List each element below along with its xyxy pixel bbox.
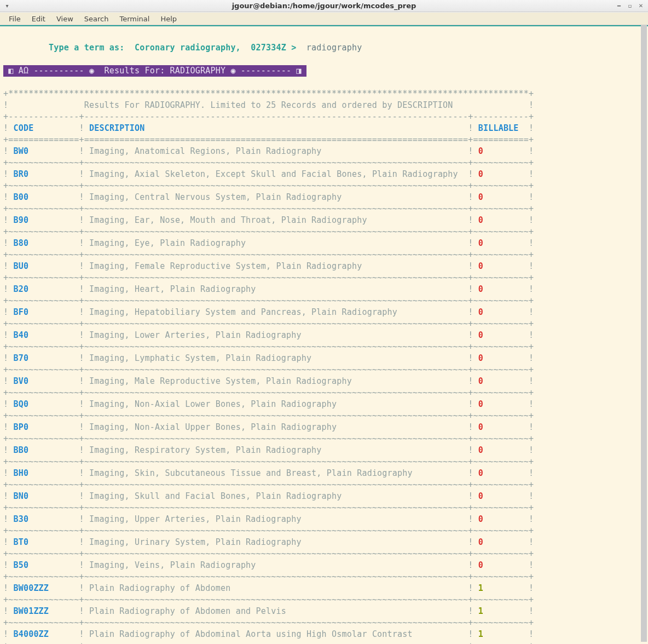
billable-cell: 0 [478, 422, 524, 432]
desc-cell: Imaging, Anatomical Regions, Plain Radio… [89, 146, 463, 156]
code-cell: B20 [13, 284, 74, 294]
desc-cell: Imaging, Skull and Facial Bones, Plain R… [89, 491, 463, 501]
code-cell: BV0 [13, 376, 74, 386]
desc-cell: Imaging, Male Reproductive System, Plain… [89, 376, 463, 386]
desc-cell: Imaging, Central Nervous System, Plain R… [89, 192, 463, 202]
billable-cell: 0 [478, 514, 524, 524]
vertical-scrollbar[interactable] [641, 25, 647, 642]
billable-cell: 0 [478, 330, 524, 340]
billable-cell: 0 [478, 169, 524, 179]
desc-cell: Imaging, Upper Arteries, Plain Radiograp… [89, 514, 463, 524]
close-button[interactable]: ✕ [637, 2, 645, 10]
desc-cell: Imaging, Axial Skeleton, Except Skull an… [89, 169, 463, 179]
minimize-button[interactable]: ━ [615, 2, 623, 10]
code-cell: B30 [13, 514, 74, 524]
desc-cell: Plain Radiography of Abdomen and Pelvis [89, 606, 463, 616]
desc-cell: Imaging, Eye, Plain Radiography [89, 238, 463, 248]
menu-view[interactable]: View [51, 14, 79, 24]
billable-cell: 0 [478, 215, 524, 225]
terminal-output[interactable]: Type a term as: Coronary radiography, 02… [0, 25, 648, 644]
desc-cell: Imaging, Female Reproductive System, Pla… [89, 261, 463, 271]
desc-cell: Imaging, Hepatobiliary System and Pancre… [89, 307, 463, 317]
code-cell: B50 [13, 560, 74, 570]
desc-cell: Imaging, Skin, Subcutaneous Tissue and B… [89, 468, 463, 478]
code-cell: B80 [13, 238, 74, 248]
prompt-label: Type a term as: Coronary radiography, 02… [49, 43, 302, 53]
desc-cell: Imaging, Non-Axial Lower Bones, Plain Ra… [89, 399, 463, 409]
code-cell: BQ0 [13, 399, 74, 409]
desc-cell: Imaging, Non-Axial Upper Bones, Plain Ra… [89, 422, 463, 432]
code-cell: B70 [13, 353, 74, 363]
menu-search[interactable]: Search [79, 14, 114, 24]
code-cell: BN0 [13, 491, 74, 501]
billable-cell: 0 [478, 146, 524, 156]
window-titlebar: ▾ jgour@debian:/home/jgour/work/mcodes_p… [0, 0, 648, 12]
billable-cell: 0 [478, 261, 524, 271]
desc-cell: Imaging, Heart, Plain Radiography [89, 284, 463, 294]
code-cell: B90 [13, 215, 74, 225]
code-cell: BT0 [13, 537, 74, 547]
results-banner: ◧ ΑΩ ---------- ◉ Results For: RADIOGRAP… [3, 65, 306, 77]
menu-terminal[interactable]: Terminal [114, 14, 155, 24]
billable-cell: 0 [478, 376, 524, 386]
desc-cell: Plain Radiography of Abdomen [89, 583, 463, 593]
col-billable: BILLABLE [478, 123, 524, 133]
billable-cell: 0 [478, 491, 524, 501]
desc-cell: Imaging, Urinary System, Plain Radiograp… [89, 537, 463, 547]
menu-bar: File Edit View Search Terminal Help [0, 12, 648, 25]
billable-cell: 1 [478, 629, 524, 639]
col-description: DESCRIPTION [89, 123, 463, 133]
desc-cell: Imaging, Lymphatic System, Plain Radiogr… [89, 353, 463, 363]
menu-help[interactable]: Help [155, 14, 182, 24]
billable-cell: 0 [478, 192, 524, 202]
desc-cell: Imaging, Veins, Plain Radiography [89, 560, 463, 570]
billable-cell: 0 [478, 307, 524, 317]
code-cell: BR0 [13, 169, 74, 179]
desc-cell: Imaging, Lower Arteries, Plain Radiograp… [89, 330, 463, 340]
code-cell: BW00ZZZ [13, 583, 74, 593]
code-cell: BH0 [13, 468, 74, 478]
billable-cell: 0 [478, 537, 524, 547]
code-cell: BF0 [13, 307, 74, 317]
billable-cell: 1 [478, 606, 524, 616]
code-cell: B4000ZZ [13, 629, 74, 639]
desc-cell: Plain Radiography of Abdominal Aorta usi… [89, 629, 463, 639]
code-cell: BW01ZZZ [13, 606, 74, 616]
window-title: jgour@debian:/home/jgour/work/mcodes_pre… [232, 2, 416, 10]
desc-cell: Imaging, Ear, Nose, Mouth and Throat, Pl… [89, 215, 463, 225]
window-menu-icon[interactable]: ▾ [3, 2, 11, 10]
code-cell: BB0 [13, 445, 74, 455]
code-cell: BP0 [13, 422, 74, 432]
menu-edit[interactable]: Edit [26, 14, 51, 24]
menu-file[interactable]: File [3, 14, 26, 24]
billable-cell: 0 [478, 399, 524, 409]
code-cell: BU0 [13, 261, 74, 271]
billable-cell: 1 [478, 583, 524, 593]
billable-cell: 0 [478, 238, 524, 248]
code-cell: B00 [13, 192, 74, 202]
col-code: CODE [13, 123, 74, 133]
prompt-input[interactable]: radiography [306, 43, 362, 53]
code-cell: B40 [13, 330, 74, 340]
billable-cell: 0 [478, 284, 524, 294]
billable-cell: 0 [478, 445, 524, 455]
billable-cell: 0 [478, 468, 524, 478]
billable-cell: 0 [478, 560, 524, 570]
maximize-button[interactable]: ▫ [626, 2, 634, 10]
desc-cell: Imaging, Respiratory System, Plain Radio… [89, 445, 463, 455]
code-cell: BW0 [13, 146, 74, 156]
billable-cell: 0 [478, 353, 524, 363]
